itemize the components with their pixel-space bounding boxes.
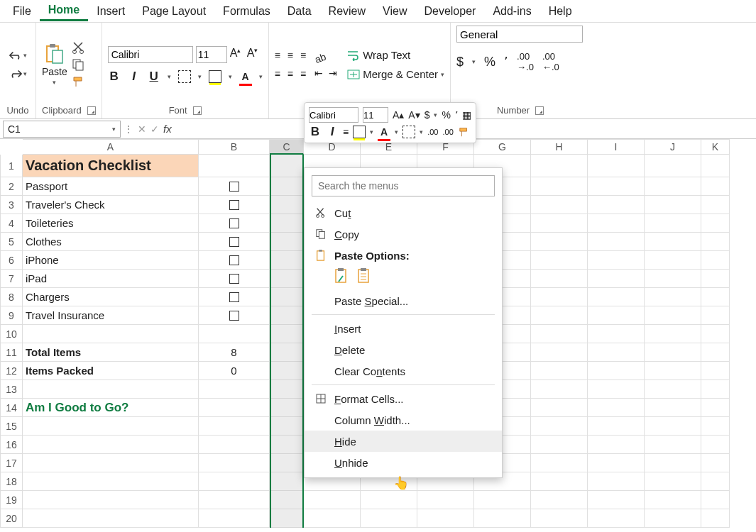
name-box-dropdown[interactable]: ▾ <box>112 126 116 133</box>
cell-J11[interactable] <box>645 343 701 362</box>
font-dialog-launcher[interactable] <box>193 106 202 115</box>
cell-K17[interactable] <box>701 454 730 472</box>
column-header-H[interactable]: H <box>531 139 588 155</box>
row-header-15[interactable]: 15 <box>0 417 23 436</box>
cell-E19[interactable] <box>361 491 417 509</box>
paste-option-default-icon[interactable] <box>334 267 350 286</box>
fill-color-button[interactable] <box>209 70 221 83</box>
cell-I13[interactable] <box>588 380 645 399</box>
cell-B14[interactable] <box>199 399 270 417</box>
mini-comma[interactable]: ʼ <box>455 109 458 121</box>
number-dialog-launcher[interactable] <box>535 106 544 115</box>
merge-center-button[interactable]: Merge & Center ▾ <box>347 68 444 80</box>
column-header-B[interactable]: B <box>199 139 270 155</box>
row-header-5[interactable]: 5 <box>0 233 23 251</box>
row-header-16[interactable]: 16 <box>0 436 23 454</box>
checkbox-B4[interactable] <box>229 218 239 228</box>
paste-dropdown[interactable]: ▾ <box>53 79 56 86</box>
cell-H9[interactable] <box>531 306 588 325</box>
mini-increase-font[interactable]: A▴ <box>393 109 404 121</box>
copy-icon[interactable] <box>72 58 86 71</box>
cell-A1[interactable]: Vacation Checklist <box>23 155 199 177</box>
cell-A4[interactable]: Toileteries <box>23 214 199 233</box>
column-header-C[interactable]: C <box>270 139 304 155</box>
cell-A16[interactable] <box>23 436 199 454</box>
align-center[interactable]: ≡ <box>287 68 293 79</box>
cell-H7[interactable] <box>531 270 588 288</box>
increase-decimal[interactable]: .00→.0 <box>517 51 534 72</box>
cell-K6[interactable] <box>701 251 730 270</box>
mini-currency[interactable]: $ <box>424 109 430 121</box>
percent-format[interactable]: % <box>484 55 495 70</box>
cell-I17[interactable] <box>588 454 645 472</box>
column-header-K[interactable]: K <box>701 139 730 155</box>
context-menu-search[interactable] <box>312 175 495 196</box>
column-header-J[interactable]: J <box>645 139 701 155</box>
cell-I4[interactable] <box>588 214 645 233</box>
mini-inc-decimal[interactable]: .00 <box>442 128 453 136</box>
undo-dropdown[interactable]: ▾ <box>23 52 27 59</box>
cell-A7[interactable]: iPad <box>23 270 199 288</box>
align-top[interactable]: ≡ <box>275 50 280 61</box>
cell-B11[interactable]: 8 <box>199 343 270 362</box>
cell-J13[interactable] <box>645 380 701 399</box>
increase-font-size[interactable]: A▴ <box>230 47 244 62</box>
cell-A9[interactable]: Travel Insurance <box>23 306 199 325</box>
cell-F20[interactable] <box>417 509 474 528</box>
cell-E20[interactable] <box>361 509 417 528</box>
bold-button[interactable]: B <box>108 70 121 83</box>
enter-formula-icon[interactable]: ✓ <box>150 123 159 135</box>
cancel-formula-icon[interactable]: ✕ <box>138 123 146 135</box>
menu-formulas[interactable]: Formulas <box>214 2 279 21</box>
decrease-font-size[interactable]: A▾ <box>247 47 261 62</box>
cell-J3[interactable] <box>645 196 701 214</box>
comma-format[interactable]: ʼ <box>504 54 508 70</box>
cell-K1[interactable] <box>701 155 730 177</box>
cell-K4[interactable] <box>701 214 730 233</box>
ctx-delete[interactable]: Delete <box>305 339 502 360</box>
column-header-A[interactable]: A <box>23 139 199 155</box>
cell-J9[interactable] <box>645 306 701 325</box>
cell-J16[interactable] <box>645 436 701 454</box>
cell-A19[interactable] <box>23 491 199 509</box>
cell-J19[interactable] <box>645 491 701 509</box>
row-header-8[interactable]: 8 <box>0 288 23 306</box>
mini-border[interactable] <box>402 126 415 138</box>
italic-button[interactable]: I <box>128 70 141 83</box>
cell-A8[interactable]: Chargers <box>23 288 199 306</box>
format-painter-icon[interactable] <box>72 75 86 88</box>
cell-I20[interactable] <box>588 509 645 528</box>
cell-B9[interactable] <box>199 306 270 325</box>
font-name-select[interactable] <box>108 46 193 63</box>
cell-H4[interactable] <box>531 214 588 233</box>
cell-J15[interactable] <box>645 417 701 436</box>
cell-J12[interactable] <box>645 362 701 380</box>
cell-K16[interactable] <box>701 436 730 454</box>
checkbox-B2[interactable] <box>229 182 239 192</box>
cell-A13[interactable] <box>23 380 199 399</box>
align-middle[interactable]: ≡ <box>287 50 293 61</box>
cell-H18[interactable] <box>531 472 588 491</box>
cell-J6[interactable] <box>645 251 701 270</box>
cell-J8[interactable] <box>645 288 701 306</box>
cell-I12[interactable] <box>588 362 645 380</box>
cell-J10[interactable] <box>645 325 701 343</box>
cell-A15[interactable] <box>23 417 199 436</box>
cell-B4[interactable] <box>199 214 270 233</box>
cell-H15[interactable] <box>531 417 588 436</box>
align-left[interactable]: ≡ <box>275 68 280 79</box>
column-header-I[interactable]: I <box>588 139 645 155</box>
cell-B10[interactable] <box>199 325 270 343</box>
cell-H17[interactable] <box>531 454 588 472</box>
cell-J14[interactable] <box>645 399 701 417</box>
cell-D20[interactable] <box>304 509 361 528</box>
mini-font-name[interactable] <box>309 107 358 123</box>
cell-K3[interactable] <box>701 196 730 214</box>
cell-B19[interactable] <box>199 491 270 509</box>
cell-I3[interactable] <box>588 196 645 214</box>
cell-H3[interactable] <box>531 196 588 214</box>
paste-option-values-icon[interactable] <box>357 267 373 286</box>
cell-J20[interactable] <box>645 509 701 528</box>
cell-K7[interactable] <box>701 270 730 288</box>
clipboard-dialog-launcher[interactable] <box>87 106 96 115</box>
